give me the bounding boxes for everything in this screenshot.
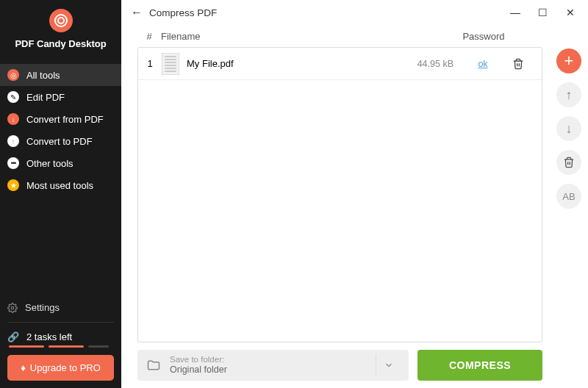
sidebar-item-label: Other tools — [26, 158, 74, 169]
sidebar-item-label: Convert to PDF — [26, 136, 93, 147]
move-up-button[interactable]: ↑ — [556, 82, 581, 107]
sidebar-item-other-tools[interactable]: ••• Other tools — [0, 152, 121, 174]
upgrade-label: Upgrade to PRO — [30, 362, 101, 373]
page-title: Compress PDF — [149, 7, 217, 18]
settings-button[interactable]: Settings — [7, 296, 114, 319]
divider — [7, 322, 114, 323]
sidebar-item-convert-from-pdf[interactable]: ↓ Convert from PDF — [0, 108, 121, 130]
sidebar-bottom: Settings 🔗 2 tasks left ♦ Upgrade to PRO — [0, 296, 121, 388]
col-password-header: Password — [454, 31, 513, 42]
password-link[interactable]: ok — [478, 59, 487, 69]
save-folder-dropdown[interactable] — [376, 354, 401, 376]
delete-file-button[interactable] — [512, 58, 542, 70]
maximize-button[interactable]: ☐ — [538, 7, 547, 18]
compress-label: COMPRESS — [449, 359, 511, 371]
rename-label: AB — [562, 191, 575, 202]
svg-point-0 — [11, 306, 14, 309]
arrow-down-icon: ↓ — [566, 121, 573, 137]
sidebar-nav: ◎ All tools ✎ Edit PDF ↓ Convert from PD… — [0, 64, 121, 296]
main-panel: ← Compress PDF — ☐ ✕ # Filename Password… — [121, 0, 588, 388]
settings-label: Settings — [25, 302, 60, 313]
arrow-up-icon: ↑ — [7, 135, 19, 147]
file-index: 1 — [138, 58, 162, 69]
upgrade-button[interactable]: ♦ Upgrade to PRO — [7, 355, 114, 381]
app-logo-area: PDF Candy Desktop — [0, 0, 121, 54]
trash-icon — [512, 58, 524, 70]
tasks-remaining[interactable]: 🔗 2 tasks left — [7, 326, 114, 345]
minimize-button[interactable]: — — [510, 7, 519, 18]
table-header: # Filename Password — [137, 25, 542, 47]
sidebar-item-label: Most used tools — [26, 180, 93, 191]
tasks-progress — [9, 345, 114, 348]
link-icon: 🔗 — [7, 331, 19, 342]
folder-icon — [145, 358, 162, 373]
sidebar-item-label: Convert from PDF — [26, 114, 104, 125]
save-folder-value: Original folder — [170, 364, 368, 376]
sidebar-item-all-tools[interactable]: ◎ All tools — [0, 64, 121, 86]
rename-button[interactable]: AB — [556, 184, 581, 209]
add-file-button[interactable]: + — [556, 48, 581, 73]
right-action-column: + ↑ ↓ AB — [550, 25, 588, 388]
dots-icon: ••• — [7, 157, 19, 169]
arrow-down-icon: ↓ — [7, 113, 19, 125]
sidebar: PDF Candy Desktop ◎ All tools ✎ Edit PDF… — [0, 0, 121, 388]
file-list: 1 My File.pdf 44.95 kB ok — [137, 47, 542, 342]
move-down-button[interactable]: ↓ — [556, 116, 581, 141]
trash-icon — [563, 157, 575, 168]
footer-bar: Save to folder: Original folder COMPRESS — [137, 342, 542, 388]
swirl-icon: ◎ — [7, 69, 19, 81]
save-to-label: Save to folder: — [170, 354, 368, 364]
chevron-down-icon — [384, 360, 394, 370]
titlebar: ← Compress PDF — ☐ ✕ — [121, 0, 588, 25]
compress-button[interactable]: COMPRESS — [417, 350, 542, 381]
sidebar-item-label: Edit PDF — [26, 92, 65, 103]
arrow-up-icon: ↑ — [566, 87, 573, 103]
file-size: 44.95 kB — [395, 59, 453, 69]
close-button[interactable]: ✕ — [566, 7, 575, 18]
pencil-icon: ✎ — [7, 91, 19, 103]
sidebar-item-most-used-tools[interactable]: ★ Most used tools — [0, 174, 121, 196]
content-area: # Filename Password 1 My File.pdf 44.95 … — [121, 25, 550, 388]
star-icon: ★ — [7, 179, 19, 191]
sidebar-item-edit-pdf[interactable]: ✎ Edit PDF — [0, 86, 121, 108]
sidebar-item-convert-to-pdf[interactable]: ↑ Convert to PDF — [0, 130, 121, 152]
file-name: My File.pdf — [187, 58, 234, 69]
plus-icon: + — [564, 51, 574, 71]
back-button[interactable]: ← — [127, 6, 146, 19]
col-num-header: # — [137, 31, 161, 42]
app-name: PDF Candy Desktop — [0, 38, 121, 49]
diamond-icon: ♦ — [21, 362, 26, 373]
file-thumbnail-icon — [162, 53, 179, 75]
tasks-label: 2 tasks left — [26, 331, 72, 342]
window-controls: — ☐ ✕ — [510, 7, 582, 18]
file-row[interactable]: 1 My File.pdf 44.95 kB ok — [138, 48, 542, 80]
app-logo-icon — [49, 9, 73, 32]
col-filename-header: Filename — [161, 31, 395, 42]
save-folder-selector[interactable]: Save to folder: Original folder — [137, 350, 409, 381]
sidebar-item-label: All tools — [26, 70, 60, 81]
gear-icon — [7, 303, 18, 313]
delete-all-button[interactable] — [556, 150, 581, 175]
